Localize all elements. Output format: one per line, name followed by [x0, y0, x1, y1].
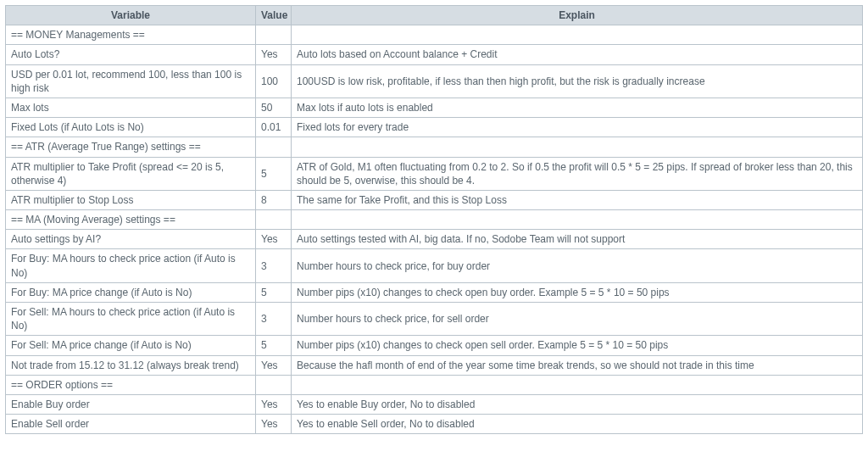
- cell-variable: Enable Buy order: [6, 394, 256, 414]
- table-row: For Sell: MA price change (if Auto is No…: [6, 336, 863, 355]
- cell-explain: Max lots if auto lots is enabled: [292, 98, 863, 117]
- cell-variable: For Sell: MA price change (if Auto is No…: [6, 336, 256, 355]
- cell-variable: Not trade from 15.12 to 31.12 (always br…: [6, 355, 256, 375]
- cell-value: Yes: [256, 415, 292, 434]
- cell-value: [256, 25, 292, 45]
- cell-variable: For Sell: MA hours to check price action…: [6, 303, 256, 336]
- cell-explain: ATR of Gold, M1 often fluctuating from 0…: [292, 157, 863, 190]
- cell-variable: Auto settings by AI?: [6, 230, 256, 249]
- table-header-row: Variable Value Explain: [6, 6, 863, 25]
- col-header-explain: Explain: [292, 6, 863, 25]
- settings-table: Variable Value Explain == MONEY Manageme…: [5, 5, 863, 434]
- table-row: Not trade from 15.12 to 31.12 (always br…: [6, 355, 863, 375]
- cell-variable: ATR multiplier to Take Profit (spread <=…: [6, 157, 256, 190]
- cell-value: [256, 137, 292, 157]
- table-row: == MA (Moving Average) settings ==: [6, 210, 863, 230]
- cell-value: [256, 375, 292, 394]
- table-row: For Sell: MA hours to check price action…: [6, 303, 863, 336]
- cell-value: [256, 210, 292, 230]
- cell-value: Yes: [256, 230, 292, 249]
- cell-variable: For Buy: MA price change (if Auto is No): [6, 282, 256, 302]
- cell-variable: ATR multiplier to Stop Loss: [6, 190, 256, 209]
- cell-explain: 100USD is low risk, profitable, if less …: [292, 64, 863, 98]
- cell-value: 3: [256, 249, 292, 282]
- cell-value: 3: [256, 303, 292, 336]
- cell-explain: [292, 137, 863, 157]
- table-row: Auto settings by AI?YesAuto settings tes…: [6, 230, 863, 249]
- cell-variable: Auto Lots?: [6, 45, 256, 64]
- cell-value: 5: [256, 336, 292, 355]
- cell-explain: Because the hafl month of end of the yea…: [292, 355, 863, 375]
- table-row: Max lots50Max lots if auto lots is enabl…: [6, 98, 863, 117]
- cell-explain: Number pips (x10) changes to check open …: [292, 282, 863, 302]
- cell-explain: Auto settings tested with AI, big data. …: [292, 230, 863, 249]
- table-row: For Buy: MA hours to check price action …: [6, 249, 863, 282]
- cell-variable: == ATR (Average True Range) settings ==: [6, 137, 256, 157]
- cell-value: 5: [256, 282, 292, 302]
- table-row: ATR multiplier to Take Profit (spread <=…: [6, 157, 863, 190]
- table-row: Fixed Lots (if Auto Lots is No)0.01Fixed…: [6, 118, 863, 137]
- cell-variable: Fixed Lots (if Auto Lots is No): [6, 118, 256, 137]
- cell-explain: The same for Take Profit, and this is St…: [292, 190, 863, 209]
- cell-value: 100: [256, 64, 292, 98]
- cell-explain: Auto lots based on Account balance + Cre…: [292, 45, 863, 64]
- cell-explain: Yes to enable Sell order, No to disabled: [292, 415, 863, 434]
- cell-variable: Max lots: [6, 98, 256, 117]
- cell-value: 50: [256, 98, 292, 117]
- table-row: Auto Lots?YesAuto lots based on Account …: [6, 45, 863, 64]
- table-row: USD per 0.01 lot, recommend 100, less th…: [6, 64, 863, 98]
- cell-variable: == ORDER options ==: [6, 375, 256, 394]
- cell-explain: Number hours to check price, for buy ord…: [292, 249, 863, 282]
- cell-variable: For Buy: MA hours to check price action …: [6, 249, 256, 282]
- cell-explain: Yes to enable Buy order, No to disabled: [292, 394, 863, 414]
- cell-explain: Number hours to check price, for sell or…: [292, 303, 863, 336]
- cell-value: 5: [256, 157, 292, 190]
- cell-explain: [292, 210, 863, 230]
- cell-explain: Number pips (x10) changes to check open …: [292, 336, 863, 355]
- table-row: Enable Buy orderYesYes to enable Buy ord…: [6, 394, 863, 414]
- table-row: == MONEY Managements ==: [6, 25, 863, 45]
- cell-value: 0.01: [256, 118, 292, 137]
- table-row: Enable Sell orderYesYes to enable Sell o…: [6, 415, 863, 434]
- table-row: For Buy: MA price change (if Auto is No)…: [6, 282, 863, 302]
- cell-value: Yes: [256, 394, 292, 414]
- cell-explain: [292, 375, 863, 394]
- cell-value: Yes: [256, 45, 292, 64]
- table-row: ATR multiplier to Stop Loss8The same for…: [6, 190, 863, 209]
- cell-variable: USD per 0.01 lot, recommend 100, less th…: [6, 64, 256, 98]
- col-header-value: Value: [256, 6, 292, 25]
- cell-variable: Enable Sell order: [6, 415, 256, 434]
- table-row: == ORDER options ==: [6, 375, 863, 394]
- table-row: == ATR (Average True Range) settings ==: [6, 137, 863, 157]
- col-header-variable: Variable: [6, 6, 256, 25]
- cell-variable: == MA (Moving Average) settings ==: [6, 210, 256, 230]
- cell-variable: == MONEY Managements ==: [6, 25, 256, 45]
- cell-value: 8: [256, 190, 292, 209]
- cell-value: Yes: [256, 355, 292, 375]
- cell-explain: Fixed lots for every trade: [292, 118, 863, 137]
- cell-explain: [292, 25, 863, 45]
